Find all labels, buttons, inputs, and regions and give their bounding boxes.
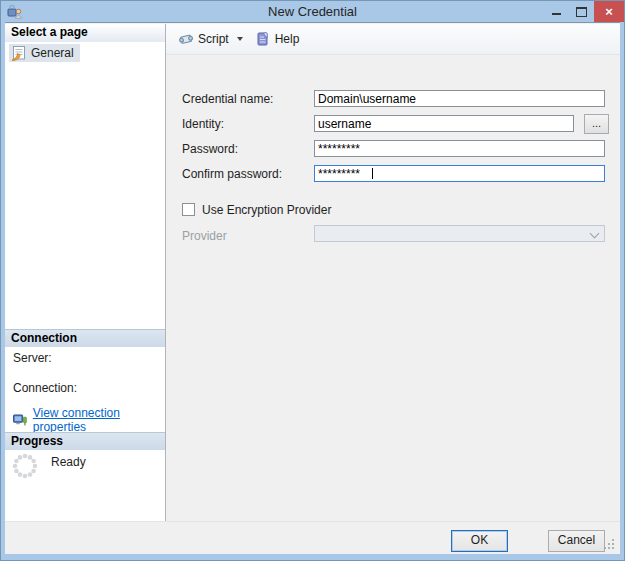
script-dropdown-arrow-icon bbox=[237, 37, 243, 41]
confirm-password-input[interactable] bbox=[314, 165, 605, 182]
provider-label: Provider bbox=[182, 229, 227, 243]
text-caret bbox=[372, 168, 373, 179]
identity-label: Identity: bbox=[182, 117, 224, 131]
dialog-client-area: Select a page General Connection Server:… bbox=[5, 22, 620, 554]
close-icon: × bbox=[605, 4, 613, 19]
connection-label: Connection: bbox=[13, 381, 77, 395]
script-button-label: Script bbox=[198, 32, 229, 46]
connection-section-header: Connection bbox=[5, 329, 165, 347]
resize-grip[interactable] bbox=[603, 538, 615, 550]
general-page-icon bbox=[11, 45, 27, 61]
use-encryption-provider-checkbox[interactable] bbox=[182, 203, 195, 216]
footer-bar: OK Cancel bbox=[5, 521, 620, 554]
server-label: Server: bbox=[13, 351, 52, 365]
password-label: Password: bbox=[182, 142, 238, 156]
help-button[interactable]: Help bbox=[249, 28, 306, 50]
help-button-label: Help bbox=[275, 32, 300, 46]
view-connection-properties-link[interactable]: View connection properties bbox=[33, 406, 165, 434]
maximize-button[interactable] bbox=[569, 1, 594, 22]
confirm-password-label: Confirm password: bbox=[182, 167, 282, 181]
view-connection-properties-row: View connection properties bbox=[13, 406, 165, 434]
sidebar: Select a page General Connection Server:… bbox=[5, 24, 165, 521]
help-icon bbox=[255, 31, 271, 47]
connection-properties-icon bbox=[13, 413, 28, 427]
use-encryption-provider-label: Use Encryption Provider bbox=[202, 203, 331, 217]
ok-button[interactable]: OK bbox=[451, 530, 508, 552]
sidebar-item-label: General bbox=[31, 46, 74, 60]
select-a-page-header: Select a page bbox=[5, 24, 165, 42]
window-title: New Credential bbox=[1, 4, 624, 19]
toolbar: Script Help bbox=[166, 24, 620, 55]
caption-buttons: × bbox=[544, 1, 624, 22]
maximize-icon bbox=[576, 7, 587, 17]
script-icon bbox=[178, 31, 194, 47]
titlebar[interactable]: New Credential × bbox=[1, 1, 624, 22]
progress-section-header: Progress bbox=[5, 432, 165, 450]
minimize-button[interactable] bbox=[544, 1, 569, 22]
credential-name-label: Credential name: bbox=[182, 92, 273, 106]
progress-spinner-icon bbox=[11, 452, 39, 480]
script-button[interactable]: Script bbox=[172, 28, 249, 50]
new-credential-dialog: New Credential × Select a page General C bbox=[0, 0, 625, 561]
chevron-down-icon bbox=[590, 229, 600, 239]
minimize-icon bbox=[552, 13, 561, 15]
credential-name-input[interactable] bbox=[314, 90, 605, 107]
identity-input[interactable] bbox=[314, 115, 574, 132]
close-button[interactable]: × bbox=[594, 1, 624, 22]
identity-browse-button[interactable]: ... bbox=[584, 114, 609, 134]
sidebar-item-general[interactable]: General bbox=[9, 44, 80, 62]
progress-status-text: Ready bbox=[51, 455, 86, 469]
cancel-button[interactable]: Cancel bbox=[548, 530, 605, 552]
main-panel: Script Help Credential name: I bbox=[165, 24, 620, 521]
password-input[interactable] bbox=[314, 140, 605, 157]
provider-combobox[interactable] bbox=[314, 225, 605, 242]
